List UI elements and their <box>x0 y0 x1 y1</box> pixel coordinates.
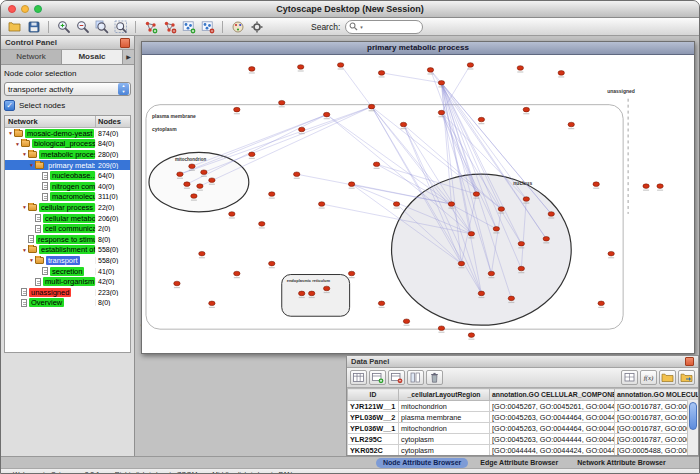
table-cell[interactable]: YLR295C <box>348 434 399 445</box>
network-node[interactable] <box>191 194 197 199</box>
network-node[interactable] <box>458 261 464 266</box>
table-cell[interactable]: [GO:0016787, GO:0005488, GO:0003824, G..… <box>615 434 699 445</box>
network-node[interactable] <box>323 112 329 117</box>
network-node[interactable] <box>234 107 240 112</box>
south-tab-node[interactable]: Node Attribute Browser <box>376 458 468 468</box>
network-node[interactable] <box>308 291 314 296</box>
network-node[interactable] <box>523 197 529 202</box>
network-node[interactable] <box>400 122 406 127</box>
tree-row[interactable]: ▼mosaic-demo-yeast874(0) <box>5 128 130 139</box>
network-node[interactable] <box>323 286 329 291</box>
tree-row[interactable]: cellular metabol...206(0) <box>5 213 130 224</box>
zoom-in-button[interactable] <box>55 19 72 34</box>
attribute-select-button[interactable] <box>350 370 367 385</box>
table-cell[interactable]: YKR052C <box>348 445 399 456</box>
network-node[interactable] <box>298 65 304 70</box>
zoom-selected-button[interactable] <box>93 19 110 34</box>
network-node[interactable] <box>508 296 514 301</box>
preferences-button[interactable] <box>248 19 265 34</box>
network-node[interactable] <box>523 107 529 112</box>
network-node[interactable] <box>478 117 484 122</box>
create-view-button[interactable] <box>180 19 197 34</box>
expand-arrow-icon[interactable]: ▼ <box>28 257 35 263</box>
data-panel-close-icon[interactable] <box>685 357 694 366</box>
network-node[interactable] <box>438 326 444 331</box>
network-node[interactable] <box>269 261 275 266</box>
network-node[interactable] <box>493 227 499 232</box>
network-node[interactable] <box>337 63 343 68</box>
network-node[interactable] <box>598 301 604 306</box>
network-node[interactable] <box>368 104 374 109</box>
network-node[interactable] <box>201 170 207 175</box>
function-builder-button[interactable]: f(x) <box>640 370 657 385</box>
tree-row[interactable]: multi-organism pro...42(0) <box>5 276 130 287</box>
network-node[interactable] <box>199 251 205 256</box>
table-column-header[interactable]: _cellularLayoutRegion <box>399 389 490 401</box>
destroy-view-button[interactable] <box>199 19 216 34</box>
attribute-columns-button[interactable] <box>407 370 424 385</box>
export-attributes-button[interactable] <box>678 370 695 385</box>
color-attribute-select[interactable]: transporter activity ▲▼ <box>4 82 131 96</box>
tab-overflow-arrow-icon[interactable]: ▶ <box>123 50 134 64</box>
tab-network[interactable]: Network <box>1 50 62 64</box>
attribute-new-button[interactable] <box>369 370 386 385</box>
network-node[interactable] <box>209 178 215 183</box>
table-cell[interactable]: YJR121W__1 <box>348 401 399 412</box>
table-cell[interactable]: [GO:0045263, GO:0044464, GO:0044444, G..… <box>490 412 615 423</box>
south-tab-edge[interactable]: Edge Attribute Browser <box>473 458 565 468</box>
matrix-button[interactable] <box>621 370 638 385</box>
network-node[interactable] <box>498 207 504 212</box>
network-node[interactable] <box>468 333 474 338</box>
network-node[interactable] <box>593 182 599 187</box>
network-canvas[interactable]: plasma membranecytoplasmmitochondrionnuc… <box>142 55 694 353</box>
expand-arrow-icon[interactable]: ▼ <box>21 151 28 157</box>
tree-row[interactable]: nitrogen compo...40(0) <box>5 181 130 192</box>
tree-row[interactable]: Overview8(0) <box>5 298 130 309</box>
table-cell[interactable]: [GO:0016787, GO:0005488, GO:0005215, G..… <box>615 423 699 434</box>
network-node[interactable] <box>393 202 399 207</box>
tree-row[interactable]: unassigned223(0) <box>5 287 130 298</box>
close-window-icon[interactable] <box>8 5 16 13</box>
network-node[interactable] <box>488 271 494 276</box>
network-node[interactable] <box>568 122 574 127</box>
expand-arrow-icon[interactable]: ▼ <box>21 204 28 210</box>
network-node[interactable] <box>373 162 379 167</box>
network-node[interactable] <box>229 212 235 217</box>
network-frame-title[interactable]: primary metabolic process <box>142 42 694 55</box>
table-scrollbar[interactable] <box>687 400 698 455</box>
table-cell[interactable]: [GO:0016787, GO:0005488, GO:0005215, G..… <box>615 401 699 412</box>
network-node[interactable] <box>403 319 409 324</box>
network-node[interactable] <box>269 192 275 197</box>
network-node[interactable] <box>643 184 649 189</box>
tree-row[interactable]: ▼primary metabo...209(0) <box>5 160 130 171</box>
network-node[interactable] <box>184 182 190 187</box>
table-row[interactable]: YPL036W__2plasma membrane[GO:0045263, GO… <box>348 412 699 423</box>
control-panel-close-icon[interactable] <box>120 38 130 48</box>
table-cell[interactable]: YPL036W__1 <box>348 423 399 434</box>
table-cell[interactable]: [GO:0044444, GO:0044424, GO:0044446, G..… <box>490 445 615 456</box>
vizmapper-button[interactable] <box>229 19 246 34</box>
network-node[interactable] <box>348 182 354 187</box>
network-node[interactable] <box>558 71 564 76</box>
table-cell[interactable]: mitochondrion <box>399 423 490 434</box>
network-node[interactable] <box>279 100 285 105</box>
select-nodes-checkbox[interactable]: ✓ <box>4 100 15 111</box>
open-session-button[interactable] <box>6 19 23 34</box>
network-node[interactable] <box>543 236 549 241</box>
network-node[interactable] <box>209 301 215 306</box>
network-node[interactable] <box>438 81 444 86</box>
table-cell[interactable]: [GO:0005488, GO:0005215, GO:0003674] <box>615 445 699 456</box>
network-node[interactable] <box>197 184 203 189</box>
trash-button[interactable] <box>426 370 443 385</box>
network-node[interactable] <box>299 291 305 296</box>
table-scrollbar-thumb[interactable] <box>689 402 697 430</box>
tree-row[interactable]: ▼establishment of lo...558(0) <box>5 245 130 256</box>
network-node[interactable] <box>438 110 444 115</box>
network-node[interactable] <box>657 184 663 189</box>
tree-row[interactable]: ▼cellular process22(0) <box>5 202 130 213</box>
table-cell[interactable]: [GO:0045263, GO:0044444, GO:0044424, G..… <box>490 434 615 445</box>
expand-arrow-icon[interactable]: ▼ <box>28 162 35 168</box>
tree-row[interactable]: cell communicat...2(0) <box>5 223 130 234</box>
table-cell[interactable]: mitochondrion <box>399 401 490 412</box>
expand-arrow-icon[interactable]: ▼ <box>14 141 21 147</box>
